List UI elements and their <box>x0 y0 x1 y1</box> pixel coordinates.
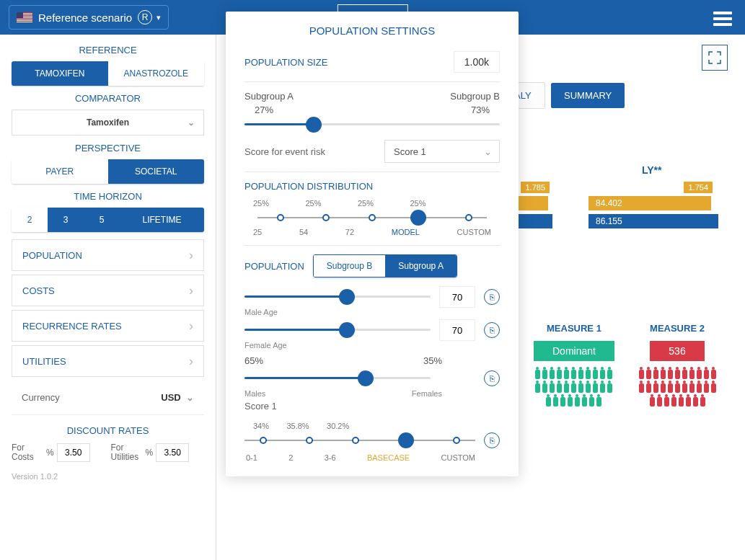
male-age-input[interactable] <box>439 286 475 308</box>
female-age-input[interactable] <box>439 319 475 341</box>
copy-icon[interactable]: ⎘ <box>484 322 500 338</box>
chevron-down-icon: ⌄ <box>188 117 195 128</box>
measure1-label: MEASURE 1 <box>534 323 614 334</box>
measure2-people-icon <box>638 367 717 407</box>
expand-icon[interactable] <box>702 45 728 71</box>
chevron-right-icon: › <box>189 283 193 298</box>
scenario-selector[interactable]: Reference scenario R ▾ <box>9 5 169 30</box>
population-size-label: POPULATION SIZE <box>244 57 327 68</box>
copy-icon[interactable]: ⎘ <box>484 370 500 386</box>
males-label: Males <box>244 389 265 398</box>
chevron-down-icon: ⌄ <box>186 392 194 403</box>
tab-summary[interactable]: SUMMARY <box>551 83 625 108</box>
comparator-label: COMPARATOR <box>12 93 204 104</box>
subgroup-slider[interactable] <box>244 118 500 130</box>
discount-label: DISCOUNT RATES <box>12 425 204 436</box>
population-label: POPULATION <box>244 261 304 272</box>
perspective-toggle: PAYER SOCIETAL <box>12 159 204 184</box>
tab-subgroup-b[interactable]: Subgroup B <box>314 255 385 277</box>
score-dropdown[interactable]: Score 1⌄ <box>384 140 500 163</box>
measure2-label: MEASURE 2 <box>638 323 717 334</box>
population-settings-panel: POPULATION SETTINGS POPULATION SIZE 1.00… <box>226 12 519 476</box>
female-age-label: Female Age <box>244 341 500 350</box>
menu-icon[interactable] <box>713 9 732 29</box>
scenario-badge: R <box>138 10 152 25</box>
discount-row: For Costs % For Utilities % <box>12 443 204 462</box>
score-slider[interactable] <box>244 435 475 446</box>
panel-title: POPULATION SETTINGS <box>244 25 500 37</box>
perspective-label: PERSPECTIVE <box>12 143 204 154</box>
time-horizon-label: TIME HORIZON <box>12 191 204 202</box>
discount-util-input[interactable] <box>156 443 189 462</box>
population-size-value[interactable]: 1.00k <box>454 51 500 73</box>
discount-costs-label: For Costs <box>12 443 43 462</box>
copy-icon[interactable]: ⎘ <box>484 289 500 305</box>
time-2[interactable]: 2 <box>12 208 48 232</box>
reference-tamoxifen[interactable]: TAMOXIFEN <box>12 61 108 86</box>
measure2-value: 536 <box>650 341 704 361</box>
gender-slider[interactable] <box>244 372 431 383</box>
accordion-recurrence[interactable]: RECURRENCE RATES› <box>12 310 204 342</box>
score-label: Score for event risk <box>244 146 325 157</box>
discount-util-label: For Utilities <box>111 443 143 462</box>
males-pct: 65% <box>244 355 263 366</box>
accordion-population[interactable]: POPULATION› <box>12 239 204 271</box>
subgroup-a-label: Subgroup A <box>244 91 294 102</box>
male-age-slider[interactable] <box>244 290 431 302</box>
chevron-down-icon: ⌄ <box>484 146 492 157</box>
ly-label: LY** <box>642 164 662 176</box>
chevron-right-icon: › <box>189 319 193 334</box>
accordion-costs[interactable]: COSTS› <box>12 275 204 306</box>
score1-label: Score 1 <box>244 401 500 412</box>
time-3[interactable]: 3 <box>48 208 84 232</box>
females-label: Females <box>412 389 442 398</box>
chevron-down-icon: ▾ <box>157 13 161 22</box>
tab-subgroup-a[interactable]: Subgroup A <box>385 255 457 277</box>
comparator-dropdown[interactable]: Tamoxifen ⌄ <box>12 110 204 135</box>
version-text: Version 1.0.2 <box>12 472 204 481</box>
discount-costs-input[interactable] <box>57 443 90 462</box>
subgroup-tabs: Subgroup B Subgroup A <box>313 254 457 277</box>
bar-ly-yellow: 84.4021.754 <box>588 196 711 210</box>
measure-1: MEASURE 1 Dominant <box>534 323 614 407</box>
females-pct: 35% <box>423 355 442 366</box>
comparator-value: Tamoxifen <box>87 117 129 128</box>
time-lifetime[interactable]: LIFETIME <box>120 208 204 232</box>
distribution-label: POPULATION DISTRIBUTION <box>244 181 500 192</box>
bar-ly-chip: 1.754 <box>684 182 713 193</box>
female-age-slider[interactable] <box>244 324 431 335</box>
reference-label: REFERENCE <box>12 45 204 55</box>
perspective-societal[interactable]: SOCIETAL <box>108 159 205 184</box>
reference-toggle: TAMOXIFEN ANASTROZOLE <box>12 61 204 86</box>
subgroup-b-pct: 73% <box>471 105 490 115</box>
accordion-utilities[interactable]: UTILITIES› <box>12 345 204 377</box>
male-age-label: Male Age <box>244 308 500 316</box>
chevron-right-icon: › <box>189 248 193 263</box>
measure1-people-icon <box>534 367 613 407</box>
currency-row: Currency USD ⌄ <box>12 381 204 415</box>
currency-label: Currency <box>22 392 60 403</box>
distribution-slider[interactable] <box>257 212 487 223</box>
subgroup-a-pct: 27% <box>255 105 273 115</box>
chevron-right-icon: › <box>189 354 193 369</box>
sidebar: REFERENCE TAMOXIFEN ANASTROZOLE COMPARAT… <box>0 35 216 560</box>
scenario-name: Reference scenario <box>38 12 132 24</box>
time-5[interactable]: 5 <box>84 208 120 232</box>
measure1-value: Dominant <box>534 341 614 361</box>
bar-left-chip: 1.785 <box>521 182 550 193</box>
measure-2: MEASURE 2 536 <box>638 323 717 407</box>
perspective-payer[interactable]: PAYER <box>12 159 108 184</box>
currency-dropdown[interactable]: USD ⌄ <box>161 392 194 403</box>
bar-ly-blue: 86.155 <box>588 214 718 228</box>
subgroup-b-label: Subgroup B <box>450 91 500 102</box>
flag-us-icon <box>17 12 32 22</box>
copy-icon[interactable]: ⎘ <box>484 432 500 448</box>
reference-anastrozole[interactable]: ANASTROZOLE <box>108 61 205 86</box>
time-horizon-toggle: 2 3 5 LIFETIME <box>12 208 204 232</box>
